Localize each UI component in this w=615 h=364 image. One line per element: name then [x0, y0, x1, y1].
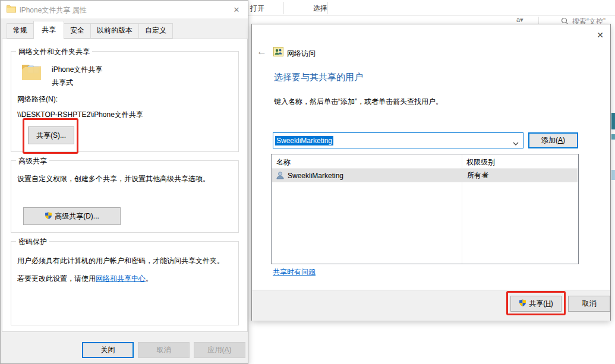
network-path-label: 网络路径(N):	[17, 94, 58, 105]
ribbon-bottom-line	[248, 15, 615, 16]
tab-customize[interactable]: 自定义	[138, 23, 173, 39]
wizard-nav-title: 网络访问	[287, 49, 316, 59]
tab-sharing[interactable]: 共享	[33, 21, 64, 39]
share-button[interactable]: 共享(S)...	[28, 126, 74, 144]
titlebar: iPhone文件共享 属性 ✕	[1, 1, 248, 18]
group-title: 网络文件和文件夹共享	[16, 47, 92, 57]
column-name[interactable]: 名称	[276, 157, 291, 167]
ribbon-tab-open[interactable]: 打开	[250, 4, 264, 14]
back-icon[interactable]: ←	[257, 46, 267, 58]
apply-button[interactable]: 应用(A)	[194, 342, 245, 358]
combobox-value: SweekliMarketing	[275, 136, 333, 145]
network-sharing-group: 网络文件和文件夹共享 iPhone文件共享 共享式 网络路径(N): \\DES…	[11, 51, 239, 152]
share-confirm-button[interactable]: 共享(H)	[510, 296, 562, 312]
add-button[interactable]: 添加(A)	[528, 132, 578, 148]
advanced-sharing-group: 高级共享 设置自定义权限，创建多个共享，并设置其他高级共享选项。 高级共享(D)…	[11, 160, 239, 233]
cancel-button[interactable]: 取消	[138, 342, 190, 358]
toolbar-separator	[538, 17, 539, 24]
sort-icon[interactable]: a▾	[516, 16, 523, 24]
tab-previous-versions[interactable]: 以前的版本	[90, 23, 139, 39]
network-sharing-center-link[interactable]: 网络和共享中心	[96, 274, 146, 283]
ribbon-tab-select[interactable]: 选择	[313, 4, 327, 14]
dialog-title: iPhone文件共享 属性	[20, 5, 87, 15]
list-item[interactable]: SweekliMarketing 所有者	[272, 169, 578, 182]
background-window-sliver	[611, 113, 615, 129]
group-title: 密码保护	[16, 237, 49, 247]
sharing-tab-page: 网络文件和文件夹共享 iPhone文件共享 共享式 网络路径(N): \\DES…	[2, 39, 248, 332]
shared-item-state: 共享式	[52, 78, 73, 88]
row-user-name: SweekliMarketing	[288, 172, 343, 180]
share-wizard-dialog: ✕ ← 网络访问 选择要与其共享的用户 键入名称，然后单击“添加”，或者单击箭头…	[251, 24, 611, 321]
close-icon[interactable]: ✕	[594, 29, 607, 41]
uac-shield-icon	[45, 211, 52, 221]
desktop: 打开 选择 a▾ 搜索“文控” iPhone文件共享 属性 ✕ 常规 共享 安全…	[0, 0, 615, 364]
add-label: 添加(A)	[541, 135, 565, 145]
password-protection-line2: 若要更改此设置，请使用网络和共享中心。	[17, 274, 236, 284]
shared-item-name: iPhone文件共享	[52, 65, 102, 75]
line2-prefix: 若要更改此设置，请使用	[17, 274, 96, 283]
password-protection-group: 密码保护 用户必须具有此计算机的用户帐户和密码，才能访问共享文件夹。 若要更改此…	[11, 241, 239, 325]
line2-suffix: 。	[146, 274, 153, 283]
wizard-heading: 选择要与其共享的用户	[274, 72, 363, 83]
apply-label: 应用(A)	[207, 345, 231, 355]
tab-general[interactable]: 常规	[7, 23, 34, 39]
password-protection-line1: 用户必须具有此计算机的用户帐户和密码，才能访问共享文件夹。	[17, 256, 236, 266]
share-confirm-label: 共享(H)	[529, 299, 553, 309]
close-button[interactable]: 关闭	[82, 342, 134, 358]
wizard-footer: 共享(H) 取消	[252, 290, 610, 321]
group-title: 高级共享	[16, 156, 49, 166]
ribbon-separator	[327, 2, 328, 14]
advanced-sharing-button-label: 高级共享(D)...	[55, 211, 99, 221]
shared-folder-icon	[21, 62, 42, 83]
chevron-down-icon[interactable]	[513, 139, 519, 147]
wizard-instruction: 键入名称，然后单击“添加”，或者单击箭头查找用户。	[274, 97, 443, 107]
trouble-sharing-link[interactable]: 共享时有问题	[273, 267, 316, 277]
close-icon[interactable]: ✕	[230, 4, 243, 15]
advanced-sharing-description: 设置自定义权限，创建多个共享，并设置其他高级共享选项。	[17, 174, 234, 184]
advanced-sharing-button[interactable]: 高级共享(D)...	[23, 207, 121, 225]
folder-icon	[7, 5, 16, 15]
row-permission: 所有者	[467, 170, 488, 181]
column-permission[interactable]: 权限级别	[466, 157, 495, 167]
tab-strip: 常规 共享 安全 以前的版本 自定义	[7, 24, 172, 39]
background-window-sliver	[611, 134, 615, 140]
tab-security[interactable]: 安全	[64, 23, 91, 39]
wizard-cancel-button[interactable]: 取消	[568, 296, 610, 312]
ribbon-separator	[283, 2, 284, 14]
user-list[interactable]: 名称 权限级别 SweekliMarketing 所有者	[271, 154, 579, 264]
uac-shield-icon	[519, 299, 526, 309]
network-access-icon	[273, 47, 283, 58]
user-combobox[interactable]: SweekliMarketing	[273, 132, 523, 148]
network-path-value: \\DESKTOP-RSHPTE2\iPhone文件共享	[17, 110, 143, 120]
user-icon	[276, 171, 285, 180]
properties-dialog: iPhone文件共享 属性 ✕ 常规 共享 安全 以前的版本 自定义 网络文件和…	[0, 0, 248, 364]
list-header: 名称 权限级别	[272, 154, 578, 169]
background-window-sliver	[611, 170, 615, 180]
